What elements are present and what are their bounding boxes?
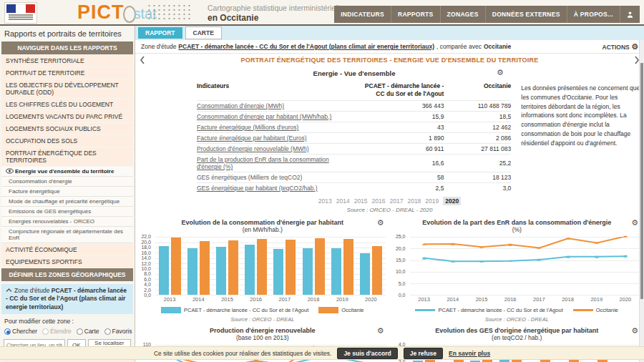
nav-item-3[interactable]: DONNÉES EXTERNES xyxy=(485,6,567,23)
chart-bar[interactable] xyxy=(228,240,238,295)
gear-icon[interactable]: ⚙ xyxy=(497,69,504,77)
chart-bar[interactable] xyxy=(331,248,341,295)
data-point[interactable] xyxy=(623,235,627,238)
nav-item-4[interactable]: À PROPOS... xyxy=(567,6,620,23)
nav-item-1[interactable]: RAPPORTS xyxy=(391,6,440,23)
year-2020[interactable]: 2020 xyxy=(443,197,461,205)
sidebar-sub-item[interactable]: Energies renouvelables - ORCEO xyxy=(1,217,133,227)
tab-rapport[interactable]: RAPPORT xyxy=(138,27,182,39)
picto-stat-logo[interactable]: PICTstat xyxy=(77,1,157,24)
sidebar-report-item[interactable]: LES OBJECTIFS DU DÉVELOPPEMENT DURABLE (… xyxy=(1,79,133,98)
year-2018[interactable]: 2018 xyxy=(407,197,421,205)
chart-bar[interactable] xyxy=(187,248,197,295)
chart-bar[interactable] xyxy=(286,240,296,295)
chart-bar[interactable] xyxy=(360,253,370,295)
chart-bar[interactable] xyxy=(245,245,255,295)
indicator-label[interactable]: Production d'énergie renouvelable (MWh) xyxy=(197,144,360,155)
gear-icon[interactable]: ⚙ xyxy=(631,327,638,335)
report-list-2: ACTIVITÉ ÉCONOMIQUEEQUIPEMENTS SPORTIFS xyxy=(0,244,135,268)
cookie-refuse-button[interactable]: Je refuse xyxy=(404,348,443,359)
sidebar-report-item[interactable]: ACTIVITÉ ÉCONOMIQUE xyxy=(1,244,133,255)
chart-bar[interactable] xyxy=(315,238,325,295)
year-2019[interactable]: 2019 xyxy=(425,197,439,205)
sidebar-report-item[interactable]: PORTRAIT ÉNERGÉTIQUE DES TERRITOIRES xyxy=(1,147,133,166)
data-point[interactable] xyxy=(509,244,512,246)
actions-button[interactable]: ACTIONS ⚙ xyxy=(602,43,639,51)
indicator-label[interactable]: Part de la production EnR dans la consom… xyxy=(197,155,360,172)
radio-carte[interactable]: Carte xyxy=(77,328,99,335)
region-value: 12 462 xyxy=(444,122,511,133)
sidebar-sub-item[interactable]: Energie vue d'ensemble du territoire xyxy=(1,167,133,177)
data-point[interactable] xyxy=(479,260,483,263)
sidebar-report-item[interactable]: OCCUPATION DES SOLS xyxy=(1,135,133,147)
gear-icon[interactable]: ⚙ xyxy=(377,219,384,227)
chart-bar[interactable] xyxy=(372,246,382,295)
indicator-label[interactable]: Facture énergétique (Millions d'euros) xyxy=(197,122,360,133)
nav-item-0[interactable]: INDICATEURS xyxy=(334,6,391,23)
radio-chercher[interactable]: Chercher xyxy=(4,328,37,335)
gear-icon[interactable]: ⚙ xyxy=(377,327,384,335)
sidebar-report-item[interactable]: EQUIPEMENTS SPORTIFS xyxy=(1,256,133,268)
legend-label: Occitanie xyxy=(341,307,364,313)
sidebar-report-item[interactable]: PORTRAIT DE TERRITOIRE xyxy=(1,67,133,79)
sidebar-report-item[interactable]: LOGEMENTS VACANTS DU PARC PRIVÉ xyxy=(1,111,133,122)
sidebar-sub-item[interactable]: Conjoncture régionale et départementale … xyxy=(1,227,133,243)
chart-bar[interactable] xyxy=(216,247,226,295)
year-2014[interactable]: 2014 xyxy=(336,197,350,205)
data-point[interactable] xyxy=(451,260,454,263)
nav-item-2[interactable]: ZONAGES xyxy=(440,6,485,23)
sidebar-sub-item[interactable]: Consommation d'énergie xyxy=(1,177,133,187)
sidebar-report-item[interactable]: LOGEMENTS SOCIAUX PUBLICS xyxy=(1,123,133,134)
vertical-scrollbar[interactable] xyxy=(639,40,644,362)
x-axis: 20132014201520162017201820192020 xyxy=(410,296,640,304)
data-point[interactable] xyxy=(537,248,541,250)
indicator-label[interactable]: Consommation d'énergie par habitant (MWh… xyxy=(197,112,360,122)
scrollbar-thumb[interactable] xyxy=(640,63,643,299)
indicator-label[interactable]: Consommation d'énergie (MWh) xyxy=(197,101,360,112)
year-2016[interactable]: 2016 xyxy=(372,197,386,205)
zone-bar-middle: , comparée avec xyxy=(436,43,482,50)
bar-groups xyxy=(155,237,386,295)
data-point[interactable] xyxy=(422,258,426,260)
zone-etude-box[interactable]: Zone d'étude PCAET - démarche lancée - C… xyxy=(1,284,133,314)
prev-report-arrow[interactable] xyxy=(140,56,145,64)
indicator-label[interactable]: GES énergétique par habitant (teqCO2/hab… xyxy=(197,183,360,194)
data-point[interactable] xyxy=(254,360,258,362)
data-point[interactable] xyxy=(422,243,426,245)
sidebar-sub-item[interactable]: Facture énergétique xyxy=(1,187,133,197)
data-point[interactable] xyxy=(623,255,627,258)
chart-bar[interactable] xyxy=(200,241,210,295)
year-2017[interactable]: 2017 xyxy=(390,197,404,205)
chart-bar[interactable] xyxy=(257,239,267,295)
data-point[interactable] xyxy=(595,242,598,244)
cookie-more-link[interactable]: En savoir plus xyxy=(449,350,490,357)
data-point[interactable] xyxy=(537,259,541,261)
chart-bar[interactable] xyxy=(343,239,353,295)
year-2015[interactable]: 2015 xyxy=(354,197,368,205)
gear-icon[interactable]: ⚙ xyxy=(631,219,638,227)
sidebar-report-item[interactable]: LES CHIFFRES CLÉS DU LOGEMENT xyxy=(1,99,133,110)
cookie-accept-button[interactable]: Je suis d'accord xyxy=(337,348,397,359)
chart-bar[interactable] xyxy=(171,238,181,295)
chart-bar[interactable] xyxy=(159,246,169,295)
zone-bar-link[interactable]: PCAET - démarche lancée - CC du Sor et d… xyxy=(178,43,434,50)
table-row: GES énergétiques (Milliers de teqCO2)581… xyxy=(197,172,511,183)
sidebar-report-item[interactable]: SYNTHÈSE TERRITORIALE xyxy=(1,55,133,67)
sidebar-sub-item[interactable]: Mode de chauffage et précarité énergétiq… xyxy=(1,197,133,207)
data-point[interactable] xyxy=(566,238,570,240)
chart-bar[interactable] xyxy=(273,249,283,295)
x-tick-label: 2019 xyxy=(582,296,611,304)
data-point[interactable] xyxy=(595,256,598,258)
tab-carte[interactable]: CARTE xyxy=(185,26,222,39)
indicator-label[interactable]: Facture énergétique par habitant (Euros) xyxy=(197,133,360,144)
zone-etude-label: Zone d'étude xyxy=(14,287,52,294)
user-icon[interactable] xyxy=(620,6,640,23)
data-point[interactable] xyxy=(566,256,570,258)
data-point[interactable] xyxy=(451,243,454,245)
chart-bar[interactable] xyxy=(303,248,313,295)
data-point[interactable] xyxy=(479,246,483,248)
radio-favoris[interactable]: Favoris xyxy=(104,328,132,335)
data-point[interactable] xyxy=(509,260,512,263)
year-2013[interactable]: 2013 xyxy=(318,197,332,205)
sidebar-sub-item[interactable]: Emissions de GES énergétiques xyxy=(1,207,133,217)
